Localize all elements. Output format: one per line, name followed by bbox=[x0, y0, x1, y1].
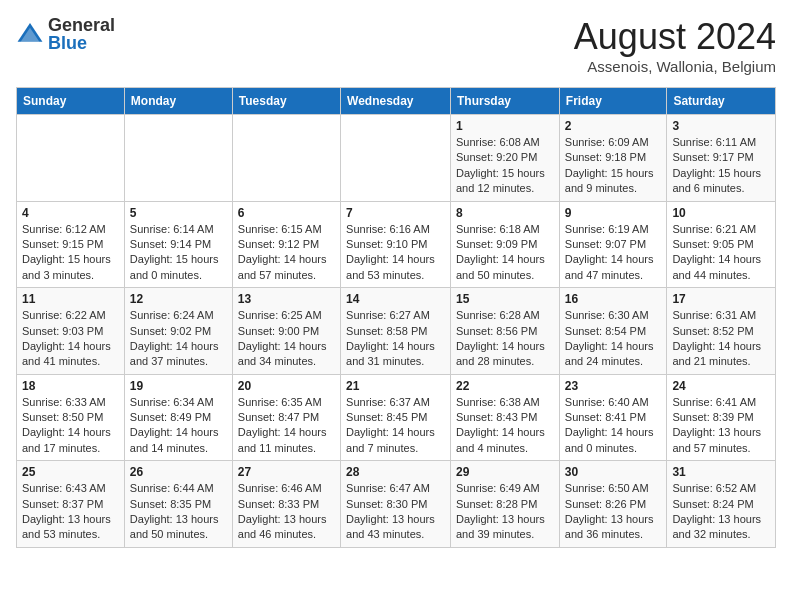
week-row-1: 4Sunrise: 6:12 AM Sunset: 9:15 PM Daylig… bbox=[17, 201, 776, 288]
day-info: Sunrise: 6:24 AM Sunset: 9:02 PM Dayligh… bbox=[130, 308, 227, 370]
day-number: 20 bbox=[238, 379, 335, 393]
day-info: Sunrise: 6:15 AM Sunset: 9:12 PM Dayligh… bbox=[238, 222, 335, 284]
day-info: Sunrise: 6:35 AM Sunset: 8:47 PM Dayligh… bbox=[238, 395, 335, 457]
day-info: Sunrise: 6:41 AM Sunset: 8:39 PM Dayligh… bbox=[672, 395, 770, 457]
day-number: 11 bbox=[22, 292, 119, 306]
day-cell: 29Sunrise: 6:49 AM Sunset: 8:28 PM Dayli… bbox=[451, 461, 560, 548]
day-info: Sunrise: 6:44 AM Sunset: 8:35 PM Dayligh… bbox=[130, 481, 227, 543]
day-info: Sunrise: 6:08 AM Sunset: 9:20 PM Dayligh… bbox=[456, 135, 554, 197]
day-number: 10 bbox=[672, 206, 770, 220]
day-cell: 21Sunrise: 6:37 AM Sunset: 8:45 PM Dayli… bbox=[341, 374, 451, 461]
day-cell: 2Sunrise: 6:09 AM Sunset: 9:18 PM Daylig… bbox=[559, 115, 667, 202]
day-number: 15 bbox=[456, 292, 554, 306]
column-header-wednesday: Wednesday bbox=[341, 88, 451, 115]
week-row-4: 25Sunrise: 6:43 AM Sunset: 8:37 PM Dayli… bbox=[17, 461, 776, 548]
day-cell: 16Sunrise: 6:30 AM Sunset: 8:54 PM Dayli… bbox=[559, 288, 667, 375]
day-info: Sunrise: 6:50 AM Sunset: 8:26 PM Dayligh… bbox=[565, 481, 662, 543]
day-number: 3 bbox=[672, 119, 770, 133]
day-cell: 31Sunrise: 6:52 AM Sunset: 8:24 PM Dayli… bbox=[667, 461, 776, 548]
column-header-sunday: Sunday bbox=[17, 88, 125, 115]
title-area: August 2024 Assenois, Wallonia, Belgium bbox=[574, 16, 776, 75]
day-info: Sunrise: 6:22 AM Sunset: 9:03 PM Dayligh… bbox=[22, 308, 119, 370]
day-cell: 9Sunrise: 6:19 AM Sunset: 9:07 PM Daylig… bbox=[559, 201, 667, 288]
day-cell: 28Sunrise: 6:47 AM Sunset: 8:30 PM Dayli… bbox=[341, 461, 451, 548]
day-cell: 3Sunrise: 6:11 AM Sunset: 9:17 PM Daylig… bbox=[667, 115, 776, 202]
day-cell: 13Sunrise: 6:25 AM Sunset: 9:00 PM Dayli… bbox=[232, 288, 340, 375]
day-info: Sunrise: 6:34 AM Sunset: 8:49 PM Dayligh… bbox=[130, 395, 227, 457]
day-number: 30 bbox=[565, 465, 662, 479]
day-info: Sunrise: 6:31 AM Sunset: 8:52 PM Dayligh… bbox=[672, 308, 770, 370]
day-info: Sunrise: 6:40 AM Sunset: 8:41 PM Dayligh… bbox=[565, 395, 662, 457]
day-info: Sunrise: 6:46 AM Sunset: 8:33 PM Dayligh… bbox=[238, 481, 335, 543]
day-cell: 20Sunrise: 6:35 AM Sunset: 8:47 PM Dayli… bbox=[232, 374, 340, 461]
day-number: 9 bbox=[565, 206, 662, 220]
column-header-saturday: Saturday bbox=[667, 88, 776, 115]
week-row-3: 18Sunrise: 6:33 AM Sunset: 8:50 PM Dayli… bbox=[17, 374, 776, 461]
week-row-0: 1Sunrise: 6:08 AM Sunset: 9:20 PM Daylig… bbox=[17, 115, 776, 202]
day-info: Sunrise: 6:52 AM Sunset: 8:24 PM Dayligh… bbox=[672, 481, 770, 543]
logo: General Blue bbox=[16, 16, 115, 52]
day-cell: 23Sunrise: 6:40 AM Sunset: 8:41 PM Dayli… bbox=[559, 374, 667, 461]
day-info: Sunrise: 6:09 AM Sunset: 9:18 PM Dayligh… bbox=[565, 135, 662, 197]
location: Assenois, Wallonia, Belgium bbox=[574, 58, 776, 75]
day-cell bbox=[341, 115, 451, 202]
day-number: 29 bbox=[456, 465, 554, 479]
day-info: Sunrise: 6:21 AM Sunset: 9:05 PM Dayligh… bbox=[672, 222, 770, 284]
day-info: Sunrise: 6:11 AM Sunset: 9:17 PM Dayligh… bbox=[672, 135, 770, 197]
day-info: Sunrise: 6:12 AM Sunset: 9:15 PM Dayligh… bbox=[22, 222, 119, 284]
day-cell: 8Sunrise: 6:18 AM Sunset: 9:09 PM Daylig… bbox=[451, 201, 560, 288]
day-number: 18 bbox=[22, 379, 119, 393]
day-number: 23 bbox=[565, 379, 662, 393]
day-cell: 26Sunrise: 6:44 AM Sunset: 8:35 PM Dayli… bbox=[124, 461, 232, 548]
column-header-tuesday: Tuesday bbox=[232, 88, 340, 115]
calendar-table: SundayMondayTuesdayWednesdayThursdayFrid… bbox=[16, 87, 776, 548]
day-number: 1 bbox=[456, 119, 554, 133]
logo-general-label: General bbox=[48, 16, 115, 34]
day-number: 5 bbox=[130, 206, 227, 220]
day-cell bbox=[232, 115, 340, 202]
day-number: 16 bbox=[565, 292, 662, 306]
week-row-2: 11Sunrise: 6:22 AM Sunset: 9:03 PM Dayli… bbox=[17, 288, 776, 375]
day-number: 31 bbox=[672, 465, 770, 479]
day-number: 27 bbox=[238, 465, 335, 479]
day-info: Sunrise: 6:30 AM Sunset: 8:54 PM Dayligh… bbox=[565, 308, 662, 370]
day-cell: 14Sunrise: 6:27 AM Sunset: 8:58 PM Dayli… bbox=[341, 288, 451, 375]
day-cell: 25Sunrise: 6:43 AM Sunset: 8:37 PM Dayli… bbox=[17, 461, 125, 548]
day-cell: 30Sunrise: 6:50 AM Sunset: 8:26 PM Dayli… bbox=[559, 461, 667, 548]
day-number: 28 bbox=[346, 465, 445, 479]
day-info: Sunrise: 6:37 AM Sunset: 8:45 PM Dayligh… bbox=[346, 395, 445, 457]
day-number: 25 bbox=[22, 465, 119, 479]
logo-text: General Blue bbox=[48, 16, 115, 52]
day-number: 24 bbox=[672, 379, 770, 393]
day-cell: 27Sunrise: 6:46 AM Sunset: 8:33 PM Dayli… bbox=[232, 461, 340, 548]
day-info: Sunrise: 6:18 AM Sunset: 9:09 PM Dayligh… bbox=[456, 222, 554, 284]
day-info: Sunrise: 6:49 AM Sunset: 8:28 PM Dayligh… bbox=[456, 481, 554, 543]
calendar-body: 1Sunrise: 6:08 AM Sunset: 9:20 PM Daylig… bbox=[17, 115, 776, 548]
day-number: 12 bbox=[130, 292, 227, 306]
day-info: Sunrise: 6:14 AM Sunset: 9:14 PM Dayligh… bbox=[130, 222, 227, 284]
day-number: 6 bbox=[238, 206, 335, 220]
header: General Blue August 2024 Assenois, Wallo… bbox=[16, 16, 776, 75]
day-cell: 11Sunrise: 6:22 AM Sunset: 9:03 PM Dayli… bbox=[17, 288, 125, 375]
day-cell: 6Sunrise: 6:15 AM Sunset: 9:12 PM Daylig… bbox=[232, 201, 340, 288]
day-cell: 22Sunrise: 6:38 AM Sunset: 8:43 PM Dayli… bbox=[451, 374, 560, 461]
day-number: 19 bbox=[130, 379, 227, 393]
logo-blue-label: Blue bbox=[48, 34, 115, 52]
day-cell: 18Sunrise: 6:33 AM Sunset: 8:50 PM Dayli… bbox=[17, 374, 125, 461]
day-cell: 24Sunrise: 6:41 AM Sunset: 8:39 PM Dayli… bbox=[667, 374, 776, 461]
month-year: August 2024 bbox=[574, 16, 776, 58]
column-header-monday: Monday bbox=[124, 88, 232, 115]
day-cell: 17Sunrise: 6:31 AM Sunset: 8:52 PM Dayli… bbox=[667, 288, 776, 375]
day-number: 21 bbox=[346, 379, 445, 393]
day-number: 26 bbox=[130, 465, 227, 479]
day-cell: 12Sunrise: 6:24 AM Sunset: 9:02 PM Dayli… bbox=[124, 288, 232, 375]
day-number: 22 bbox=[456, 379, 554, 393]
calendar-header-row: SundayMondayTuesdayWednesdayThursdayFrid… bbox=[17, 88, 776, 115]
day-info: Sunrise: 6:38 AM Sunset: 8:43 PM Dayligh… bbox=[456, 395, 554, 457]
day-info: Sunrise: 6:27 AM Sunset: 8:58 PM Dayligh… bbox=[346, 308, 445, 370]
column-header-thursday: Thursday bbox=[451, 88, 560, 115]
day-number: 14 bbox=[346, 292, 445, 306]
day-cell: 5Sunrise: 6:14 AM Sunset: 9:14 PM Daylig… bbox=[124, 201, 232, 288]
day-number: 13 bbox=[238, 292, 335, 306]
day-info: Sunrise: 6:47 AM Sunset: 8:30 PM Dayligh… bbox=[346, 481, 445, 543]
